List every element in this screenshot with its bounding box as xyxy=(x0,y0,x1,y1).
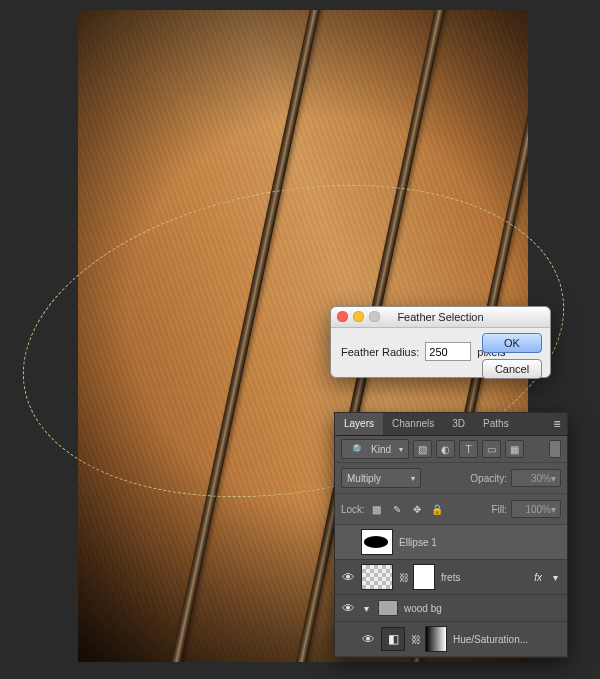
chevron-down-icon[interactable]: ▾ xyxy=(550,572,561,583)
folder-icon xyxy=(378,600,398,616)
opacity-input[interactable]: 30% ▾ xyxy=(511,469,561,487)
layer-thumbnail[interactable] xyxy=(361,529,393,555)
layer-row-ellipse[interactable]: Ellipse 1 xyxy=(335,525,567,560)
mask-link-icon[interactable]: ⛓ xyxy=(399,572,407,583)
mask-link-icon[interactable]: ⛓ xyxy=(411,634,419,645)
visibility-toggle-icon[interactable]: 👁 xyxy=(341,570,355,584)
lock-image-icon[interactable]: ✎ xyxy=(389,501,405,517)
tab-3d[interactable]: 3D xyxy=(443,413,474,435)
layer-effects-badge[interactable]: fx xyxy=(534,572,544,583)
filter-kind-label: Kind xyxy=(371,444,391,455)
tab-channels[interactable]: Channels xyxy=(383,413,443,435)
lock-all-icon[interactable]: 🔒 xyxy=(429,501,445,517)
lock-label: Lock: xyxy=(341,504,365,515)
search-icon: 🔎 xyxy=(347,441,363,457)
panel-tabs: Layers Channels 3D Paths ≡ xyxy=(335,413,567,436)
filter-pixel-icon[interactable]: ▧ xyxy=(413,440,432,458)
fill-input[interactable]: 100% ▾ xyxy=(511,500,561,518)
feather-radius-input[interactable] xyxy=(425,342,471,361)
visibility-toggle-icon[interactable]: 👁 xyxy=(361,632,375,646)
layer-name[interactable]: Ellipse 1 xyxy=(399,537,437,548)
app-stage: Feather Selection Feather Radius: pixels… xyxy=(0,0,600,679)
close-icon[interactable] xyxy=(337,311,348,322)
zoom-icon xyxy=(369,311,380,322)
layer-row-hue-saturation[interactable]: 👁 ◧ ⛓ Hue/Saturation... xyxy=(335,622,567,657)
layer-name[interactable]: wood bg xyxy=(404,603,442,614)
filter-kind-dropdown[interactable]: 🔎 Kind ▾ xyxy=(341,439,409,459)
window-controls[interactable] xyxy=(337,311,380,322)
tab-layers[interactable]: Layers xyxy=(335,413,383,435)
layer-thumbnail[interactable] xyxy=(361,564,393,590)
opacity-value: 30% xyxy=(531,473,551,484)
minimize-icon[interactable] xyxy=(353,311,364,322)
fill-value: 100% xyxy=(525,504,551,515)
dialog-titlebar[interactable]: Feather Selection xyxy=(331,307,550,328)
chevron-down-icon: ▾ xyxy=(411,474,415,483)
filter-toggle-switch[interactable] xyxy=(549,440,561,458)
layer-row-group-woodbg[interactable]: 👁 ▾ wood bg xyxy=(335,595,567,622)
opacity-label: Opacity: xyxy=(470,473,507,484)
filter-shape-icon[interactable]: ▭ xyxy=(482,440,501,458)
feather-radius-label: Feather Radius: xyxy=(341,346,419,358)
layer-name[interactable]: Hue/Saturation... xyxy=(453,634,528,645)
panel-menu-icon[interactable]: ≡ xyxy=(547,417,567,431)
cancel-button[interactable]: Cancel xyxy=(482,359,542,379)
blend-opacity-row: Multiply ▾ Opacity: 30% ▾ xyxy=(335,463,567,494)
ok-button[interactable]: OK xyxy=(482,333,542,353)
layers-list: Ellipse 1 👁 ⛓ frets fx ▾ 👁 ▾ wood bg 👁 ◧ xyxy=(335,525,567,657)
chevron-down-icon: ▾ xyxy=(399,445,403,454)
chevron-down-icon: ▾ xyxy=(551,504,556,515)
blend-mode-value: Multiply xyxy=(347,473,381,484)
adjustment-layer-icon[interactable]: ◧ xyxy=(381,627,405,651)
blend-mode-dropdown[interactable]: Multiply ▾ xyxy=(341,468,421,488)
fill-label: Fill: xyxy=(491,504,507,515)
layer-mask-thumbnail[interactable] xyxy=(413,564,435,590)
filter-type-icon[interactable]: T xyxy=(459,440,478,458)
visibility-toggle-icon[interactable] xyxy=(341,535,355,549)
group-toggle-icon[interactable]: ▾ xyxy=(361,603,372,614)
tab-paths[interactable]: Paths xyxy=(474,413,518,435)
layer-filter-bar: 🔎 Kind ▾ ▧ ◐ T ▭ ▦ xyxy=(335,436,567,463)
layer-mask-thumbnail[interactable] xyxy=(425,626,447,652)
chevron-down-icon: ▾ xyxy=(551,473,556,484)
layer-name[interactable]: frets xyxy=(441,572,460,583)
lock-transparent-icon[interactable]: ▩ xyxy=(369,501,385,517)
filter-smart-icon[interactable]: ▦ xyxy=(505,440,524,458)
lock-position-icon[interactable]: ✥ xyxy=(409,501,425,517)
visibility-toggle-icon[interactable]: 👁 xyxy=(341,601,355,615)
lock-fill-row: Lock: ▩ ✎ ✥ 🔒 Fill: 100% ▾ xyxy=(335,494,567,525)
filter-adjustment-icon[interactable]: ◐ xyxy=(436,440,455,458)
dialog-title: Feather Selection xyxy=(397,311,483,323)
layer-row-frets[interactable]: 👁 ⛓ frets fx ▾ xyxy=(335,560,567,595)
feather-selection-dialog: Feather Selection Feather Radius: pixels… xyxy=(330,306,551,378)
layers-panel: Layers Channels 3D Paths ≡ 🔎 Kind ▾ ▧ ◐ … xyxy=(334,412,568,658)
